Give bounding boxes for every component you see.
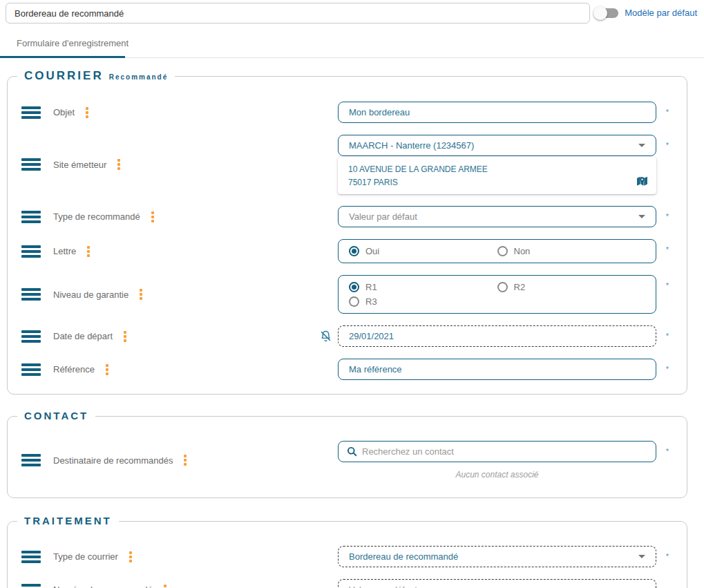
more-dots-icon[interactable] [164,585,167,588]
address-line-2: 75017 PARIS [348,176,646,189]
field-label-type-recommande: Type de recommandé [53,211,140,222]
numero-recommande-input[interactable] [338,579,656,588]
radio-selected-icon [349,246,359,256]
type-recommande-value: Valeur par défaut [349,211,417,222]
drag-handle-icon[interactable] [21,245,41,258]
radio-option-oui[interactable]: Oui [349,244,497,258]
drag-handle-icon[interactable] [21,288,41,301]
required-marker: * [656,206,669,227]
site-emetteur-select[interactable]: MAARCH - Nanterre (1234567) [338,135,656,156]
required-marker: * [656,325,669,347]
field-row-destinataire: Destinataire de recommandés Aucun contac… [8,441,687,480]
required-marker: * [656,135,669,156]
field-label-date-depart: Date de départ [53,331,113,341]
section-title-traitement: TRAITEMENT [17,515,119,527]
radio-label: R3 [365,296,377,307]
default-model-label: Modèle par défaut [625,8,697,18]
field-row-niveau-garantie: Niveau de garantie R1 R2 R3 * [8,275,687,314]
field-label-reference: Référence [53,364,95,374]
field-row-lettre: Lettre Oui Non * [8,239,687,263]
drag-handle-icon[interactable] [21,158,41,171]
default-model-toggle-group: Modèle par défaut [595,3,697,18]
section-title-contact: CONTACT [17,410,95,422]
more-dots-icon[interactable] [124,331,126,342]
contact-search-input[interactable] [362,446,647,457]
site-address-card: 10 AVENUE DE LA GRANDE ARMEE 75017 PARIS [338,157,656,194]
radio-unselected-icon [349,296,359,307]
chevron-down-icon [638,555,645,558]
field-row-objet: Objet * [8,102,687,123]
field-label-lettre: Lettre [53,246,76,256]
chevron-down-icon [638,144,645,147]
radio-unselected-icon [497,282,508,292]
header-bar: Modèle par défaut [0,0,704,23]
template-name-input[interactable] [6,3,590,23]
more-dots-icon[interactable] [86,107,88,118]
courrier-subtitle: Recommandé [109,73,169,81]
more-dots-icon[interactable] [87,246,90,257]
radio-option-non[interactable]: Non [497,244,646,258]
chevron-down-icon [638,215,645,218]
drag-handle-icon[interactable] [21,363,41,376]
section-courrier: COURRIERRecommandé Objet * Site émetteur… [7,69,687,395]
no-contact-note: Aucun contact associé [338,470,656,480]
niveau-garantie-radio-group: R1 R2 R3 [338,275,656,314]
type-courrier-select[interactable]: Bordereau de recommandé [338,546,656,567]
required-marker: * [656,359,669,380]
radio-option-r1[interactable]: R1 [349,280,497,294]
default-model-toggle[interactable] [595,8,618,18]
field-label-numero-recommande: Numéro de recommandé [53,585,153,588]
address-line-1: 10 AVENUE DE LA GRANDE ARMEE [348,163,646,176]
more-dots-icon[interactable] [129,551,132,562]
contact-search-box [338,441,656,462]
drag-handle-icon[interactable] [21,211,41,223]
radio-label: Non [514,246,531,256]
radio-option-r3[interactable]: R3 [349,294,497,309]
traitement-title: TRAITEMENT [24,515,112,527]
type-recommande-select[interactable]: Valeur par défaut [338,206,656,227]
field-label-objet: Objet [53,107,75,117]
section-title-courrier: COURRIERRecommandé [17,69,175,83]
radio-label: R2 [514,282,526,292]
drag-handle-icon[interactable] [21,106,41,119]
field-row-type-courrier: Type de courrier Bordereau de recommandé… [8,546,687,567]
field-label-site-emetteur: Site émetteur [53,160,106,170]
required-marker: * [656,546,669,567]
drag-handle-icon[interactable] [21,454,41,466]
required-marker: * [656,102,669,123]
date-depart-input[interactable] [338,325,656,347]
field-row-date-depart: Date de départ * [8,325,687,347]
contact-title: CONTACT [24,410,88,421]
drag-handle-icon[interactable] [21,330,41,343]
tab-ink-bar [0,56,125,58]
notifications-off-icon[interactable] [320,330,332,342]
type-courrier-value: Bordereau de recommandé [349,551,458,562]
section-contact: CONTACT Destinataire de recommandés Aucu… [7,410,687,498]
field-row-site-emetteur: Site émetteur MAARCH - Nanterre (1234567… [8,135,687,194]
tab-bar: Formulaire d'enregistrement [0,29,704,58]
radio-label: Oui [365,246,379,256]
more-dots-icon[interactable] [184,455,187,466]
site-emetteur-value: MAARCH - Nanterre (1234567) [349,140,474,151]
drag-handle-icon[interactable] [21,584,41,588]
search-icon [347,446,357,457]
section-traitement: TRAITEMENT Type de courrier Bordereau de… [7,515,687,588]
more-dots-icon[interactable] [140,289,142,300]
map-pin-icon[interactable] [636,176,648,191]
toggle-thumb [593,6,607,20]
required-marker: * [656,441,669,462]
field-label-niveau-garantie: Niveau de garantie [53,290,129,300]
drag-handle-icon[interactable] [21,551,41,563]
radio-option-r2[interactable]: R2 [497,280,646,294]
radio-label: R1 [365,282,377,292]
more-dots-icon[interactable] [106,364,108,375]
radio-selected-icon [349,282,359,292]
more-dots-icon[interactable] [151,211,154,222]
objet-input[interactable] [338,102,656,123]
tab-registration-form[interactable]: Formulaire d'enregistrement [0,29,145,57]
required-marker: * [656,239,669,260]
reference-input[interactable] [338,359,656,380]
field-label-type-courrier: Type de courrier [53,551,118,562]
more-dots-icon[interactable] [117,159,120,170]
field-row-numero-recommande: Numéro de recommandé * [8,579,687,588]
